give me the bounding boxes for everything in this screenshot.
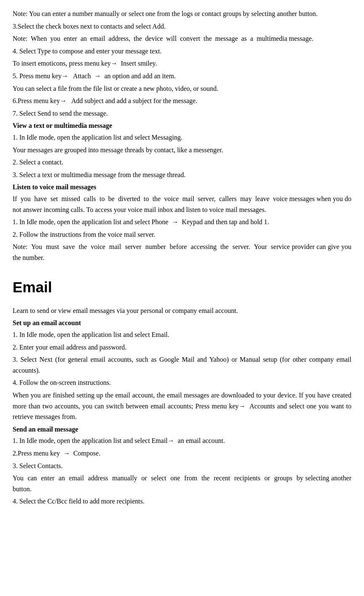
step-6-add-subject: 6.Press menu key→ Add subject and add a … <box>13 95 351 106</box>
email-setup-step-1: 1. In Idle mode, open the application li… <box>13 329 351 340</box>
email-intro: Learn to send or view email messages via… <box>13 305 351 316</box>
email-setup-note: When you are finished setting up the ema… <box>13 390 351 422</box>
step-5-press-menu: 5. Press menu key→ Attach → an option an… <box>13 71 351 82</box>
voicemail-step-1: 1. In Idle mode, open the application li… <box>13 217 351 228</box>
email-section-heading: Email <box>13 275 351 299</box>
note-enter-number: Note: You can enter a number manually or… <box>13 8 351 19</box>
heading-setup-email: Set up an email account <box>13 318 351 328</box>
send-email-step-4: 4. Select the Cc/Bcc field to add more r… <box>13 496 351 507</box>
send-email-step-1: 1. In Idle mode, open the application li… <box>13 435 351 446</box>
main-content: Note: You can enter a number manually or… <box>13 8 351 507</box>
email-setup-step-4: 4. Follow the on-screen instructions. <box>13 377 351 388</box>
note-save-server: Note: You must save the voice mail serve… <box>13 241 351 263</box>
email-setup-step-3: 3. Select Next (for general email accoun… <box>13 354 351 376</box>
heading-send-email: Send an email message <box>13 424 351 435</box>
send-email-note: You can enter an email address manually … <box>13 473 351 494</box>
view-step-1: 1. In Idle mode, open the application li… <box>13 132 351 143</box>
voicemail-description: If you have set missed calls to be diver… <box>13 193 351 215</box>
step-7-send: 7. Select Send to send the message. <box>13 108 351 119</box>
view-step-2: 2. Select a contact. <box>13 157 351 168</box>
view-messages-grouped: Your messages are grouped into message t… <box>13 145 351 156</box>
step-4-select-type: 4. Select Type to compose and enter your… <box>13 46 351 57</box>
voicemail-step-2: 2. Follow the instructions from the voic… <box>13 229 351 240</box>
heading-view-text-message: View a text or multimedia message <box>13 120 351 131</box>
step-3-select-checkboxes: 3.Select the check boxes next to contact… <box>13 21 351 32</box>
tip-emoticons: To insert emoticons, press menu key→ Ins… <box>13 58 351 69</box>
view-step-3: 3. Select a text or multimedia message f… <box>13 170 351 180</box>
note-email-address: Note: When you enter an email address, t… <box>13 33 351 44</box>
tip-select-file: You can select a file from the file list… <box>13 83 351 94</box>
send-email-step-2: 2.Press menu key → Compose. <box>13 448 351 459</box>
heading-listen-voicemail: Listen to voice mail messages <box>13 182 351 193</box>
email-setup-step-2: 2. Enter your email address and password… <box>13 342 351 353</box>
send-email-step-3: 3. Select Contacts. <box>13 461 351 472</box>
